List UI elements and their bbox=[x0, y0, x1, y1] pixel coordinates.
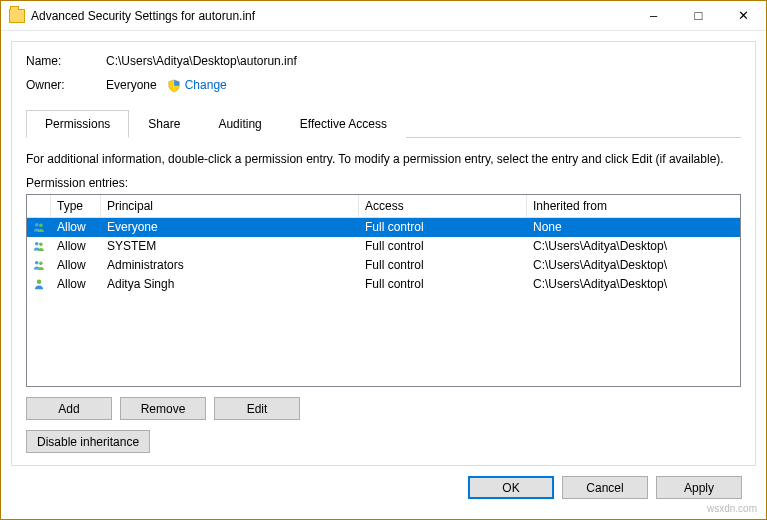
user-icon bbox=[27, 276, 51, 292]
maximize-button[interactable]: □ bbox=[676, 1, 721, 30]
tab-share[interactable]: Share bbox=[129, 110, 199, 138]
tab-effective-access[interactable]: Effective Access bbox=[281, 110, 406, 138]
info-text: For additional information, double-click… bbox=[26, 152, 741, 166]
cell-type: Allow bbox=[51, 220, 101, 234]
main-panel: Name: C:\Users\Aditya\Desktop\autorun.in… bbox=[11, 41, 756, 466]
owner-row: Owner: Everyone Change bbox=[26, 78, 741, 93]
cell-inherited: C:\Users\Aditya\Desktop\ bbox=[527, 239, 740, 253]
cell-access: Full control bbox=[359, 258, 527, 272]
tab-permissions[interactable]: Permissions bbox=[26, 110, 129, 138]
name-label: Name: bbox=[26, 54, 106, 68]
grid-header: Type Principal Access Inherited from bbox=[27, 195, 740, 218]
cell-type: Allow bbox=[51, 258, 101, 272]
entry-buttons: Add Remove Edit bbox=[26, 397, 741, 420]
tab-strip: PermissionsShareAuditingEffective Access bbox=[26, 109, 741, 138]
cell-access: Full control bbox=[359, 220, 527, 234]
inheritance-buttons: Disable inheritance bbox=[26, 430, 741, 453]
permission-row[interactable]: AllowSYSTEMFull controlC:\Users\Aditya\D… bbox=[27, 237, 740, 256]
edit-button[interactable]: Edit bbox=[214, 397, 300, 420]
change-link-text: Change bbox=[185, 78, 227, 92]
minimize-button[interactable]: – bbox=[631, 1, 676, 30]
disable-inheritance-button[interactable]: Disable inheritance bbox=[26, 430, 150, 453]
cell-principal: SYSTEM bbox=[101, 239, 359, 253]
cell-access: Full control bbox=[359, 277, 527, 291]
cell-principal: Aditya Singh bbox=[101, 277, 359, 291]
remove-button[interactable]: Remove bbox=[120, 397, 206, 420]
cell-access: Full control bbox=[359, 239, 527, 253]
name-row: Name: C:\Users\Aditya\Desktop\autorun.in… bbox=[26, 54, 741, 68]
tab-auditing[interactable]: Auditing bbox=[199, 110, 280, 138]
cell-principal: Administrators bbox=[101, 258, 359, 272]
cell-inherited: None bbox=[527, 220, 740, 234]
permission-row[interactable]: AllowAdministratorsFull controlC:\Users\… bbox=[27, 256, 740, 275]
permission-row[interactable]: AllowEveryoneFull controlNone bbox=[27, 218, 740, 237]
svg-point-3 bbox=[39, 243, 43, 247]
owner-value: Everyone bbox=[106, 78, 157, 92]
group-icon bbox=[27, 257, 51, 273]
col-access[interactable]: Access bbox=[359, 195, 527, 217]
grid-body: AllowEveryoneFull controlNoneAllowSYSTEM… bbox=[27, 218, 740, 294]
col-inherited[interactable]: Inherited from bbox=[527, 195, 740, 217]
folder-icon bbox=[9, 9, 25, 23]
apply-button[interactable]: Apply bbox=[656, 476, 742, 499]
cell-type: Allow bbox=[51, 239, 101, 253]
cell-inherited: C:\Users\Aditya\Desktop\ bbox=[527, 258, 740, 272]
ok-button[interactable]: OK bbox=[468, 476, 554, 499]
cell-inherited: C:\Users\Aditya\Desktop\ bbox=[527, 277, 740, 291]
security-settings-window: Advanced Security Settings for autorun.i… bbox=[0, 0, 767, 520]
owner-label: Owner: bbox=[26, 78, 106, 92]
content-area: Name: C:\Users\Aditya\Desktop\autorun.in… bbox=[1, 31, 766, 519]
dialog-buttons: OK Cancel Apply bbox=[11, 466, 756, 509]
permission-row[interactable]: AllowAditya SinghFull controlC:\Users\Ad… bbox=[27, 275, 740, 294]
svg-point-4 bbox=[35, 261, 39, 265]
window-title: Advanced Security Settings for autorun.i… bbox=[31, 9, 631, 23]
svg-point-1 bbox=[39, 224, 43, 228]
svg-point-0 bbox=[35, 223, 39, 227]
svg-point-6 bbox=[37, 280, 42, 285]
window-controls: – □ ✕ bbox=[631, 1, 766, 30]
col-principal[interactable]: Principal bbox=[101, 195, 359, 217]
svg-point-2 bbox=[35, 242, 39, 246]
close-button[interactable]: ✕ bbox=[721, 1, 766, 30]
group-icon bbox=[27, 238, 51, 254]
titlebar: Advanced Security Settings for autorun.i… bbox=[1, 1, 766, 31]
name-value: C:\Users\Aditya\Desktop\autorun.inf bbox=[106, 54, 297, 68]
svg-point-5 bbox=[39, 262, 43, 266]
permission-entries-grid: Type Principal Access Inherited from All… bbox=[26, 194, 741, 387]
cancel-button[interactable]: Cancel bbox=[562, 476, 648, 499]
entries-label: Permission entries: bbox=[26, 176, 741, 190]
shield-icon bbox=[167, 79, 181, 93]
cell-principal: Everyone bbox=[101, 220, 359, 234]
cell-type: Allow bbox=[51, 277, 101, 291]
change-owner-link[interactable]: Change bbox=[167, 78, 227, 93]
group-icon bbox=[27, 219, 51, 235]
col-icon[interactable] bbox=[27, 195, 51, 217]
col-type[interactable]: Type bbox=[51, 195, 101, 217]
add-button[interactable]: Add bbox=[26, 397, 112, 420]
